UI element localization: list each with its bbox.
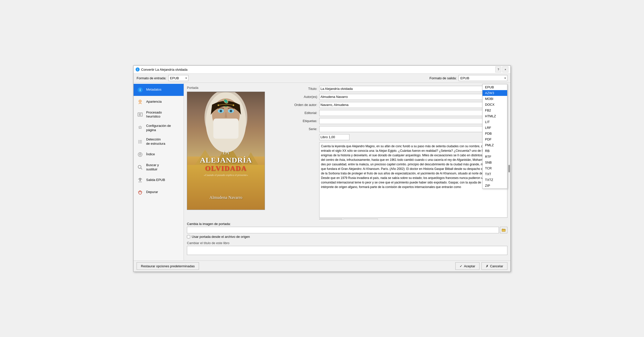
sidebar-item-indice-label: Índice — [146, 152, 181, 157]
sidebar-item-depurar[interactable]: Depurar — [134, 186, 184, 198]
book-title-la: LA — [190, 149, 262, 156]
author-order-input[interactable] — [319, 102, 507, 108]
dropdown-item-pdb[interactable]: PDB — [482, 131, 507, 136]
serie-input[interactable] — [319, 126, 507, 132]
sidebar-item-deteccion[interactable]: 1 2 3 Detecciónde estructura — [134, 135, 184, 148]
folder-icon — [502, 228, 506, 232]
procesado-icon — [137, 111, 144, 118]
serie-field-row: Serie: — [287, 126, 507, 132]
sidebar-item-metadatos-label: Metadatos — [146, 88, 181, 92]
sidebar-item-metadatos[interactable]: i Metadatos — [134, 84, 184, 96]
apariencia-icon — [137, 98, 144, 105]
etiquetas-input[interactable] — [319, 118, 507, 124]
svg-point-20 — [138, 165, 141, 168]
sidebar-item-salida[interactable]: Salida EPUB — [134, 174, 184, 186]
author-order-field-row: Orden de autor: — [287, 102, 507, 108]
dropdown-item-zip[interactable]: ZIP — [482, 183, 507, 189]
cover-browse-button[interactable] — [500, 227, 507, 233]
output-format-wrapper[interactable]: ▼ — [459, 75, 507, 81]
title-input[interactable] — [319, 86, 507, 92]
main-content: i Metadatos Apariencia — [134, 83, 510, 260]
sidebar-item-depurar-label: Depurar — [146, 190, 181, 194]
cancel-button[interactable]: ✗ Cancelar — [481, 262, 507, 270]
main-window: i Convertir La Alejandría olvidada ? × F… — [133, 65, 511, 272]
footer: Restaurar opciones predeterminadas ✓ Ace… — [134, 260, 510, 272]
description-text: Cuenta la leyenda que Alejandro Magno, e… — [321, 144, 505, 189]
author-order-label: Orden de autor: — [287, 103, 319, 107]
accept-button[interactable]: ✓ Aceptar — [455, 262, 479, 270]
svg-line-21 — [141, 168, 142, 169]
close-button[interactable]: × — [502, 66, 508, 72]
editorial-field-row: Editorial: — [287, 110, 507, 116]
dropdown-item-lrf[interactable]: LRF — [482, 125, 507, 131]
dropdown-item-rtf[interactable]: RTF — [482, 154, 507, 160]
svg-point-25 — [140, 191, 141, 192]
svg-rect-37 — [213, 119, 238, 139]
format-output-area: Formato de salida: ▼ EPUB AZW3 MOBI DOCX… — [429, 75, 507, 81]
dropdown-item-snb[interactable]: SNB — [482, 160, 507, 165]
dropdown-item-epub[interactable]: EPUB — [482, 84, 507, 90]
buscar-icon — [137, 164, 144, 171]
editorial-input[interactable] — [319, 110, 507, 116]
dropdown-item-txtz[interactable]: TXTZ — [482, 177, 507, 183]
titlebar-controls: ? × — [495, 66, 508, 72]
book-title-overlay: LA ALEJANDRÍA OLVIDADA «Cuando el pasado… — [187, 148, 265, 177]
libro-input[interactable] — [319, 134, 349, 140]
view-normal-button[interactable]: Vista normal — [319, 219, 342, 219]
use-cover-checkbox-row: Usar portada desde el archivo de origen — [187, 235, 507, 239]
dropdown-item-docx[interactable]: DOCX — [482, 102, 507, 107]
dropdown-item-htmlz[interactable]: HTMLZ — [482, 113, 507, 119]
view-source-button[interactable]: Código fuente HTML — [343, 219, 378, 219]
svg-point-23 — [139, 191, 142, 194]
sidebar-item-configuracion[interactable]: Configuración de página — [134, 121, 184, 135]
sidebar-item-apariencia[interactable]: Apariencia — [134, 96, 184, 108]
cover-area: Portada — [187, 86, 283, 219]
dropdown-item-lit[interactable]: LIT — [482, 119, 507, 125]
content-area: Portada — [184, 83, 510, 260]
sidebar-item-procesado-label: Procesadoheurístico — [146, 110, 181, 119]
sidebar-item-configuracion-label: Configuración de página — [146, 124, 181, 132]
configuracion-icon — [137, 125, 144, 132]
restore-defaults-button[interactable]: Restaurar opciones predeterminadas — [137, 262, 199, 270]
etiquetas-field-row: Etiquetas: — [287, 118, 507, 124]
dropdown-item-rb[interactable]: RB — [482, 148, 507, 154]
dropdown-item-txt[interactable]: TXT — [482, 171, 507, 177]
svg-point-39 — [218, 104, 219, 106]
etiquetas-label: Etiquetas: — [287, 119, 319, 123]
svg-point-33 — [220, 110, 222, 112]
dropdown-item-tcr[interactable]: TCR — [482, 165, 507, 171]
dropdown-item-azw3[interactable]: AZW3 — [482, 90, 507, 96]
bottom-area: Cambia la imagen de portada: Usar portad… — [187, 222, 507, 257]
sidebar-item-indice[interactable]: Índice — [134, 148, 184, 161]
cover-input-row — [187, 227, 507, 233]
format-bar: Formato de entrada: EPUB ▼ Formato de sa… — [134, 74, 510, 83]
use-cover-checkbox[interactable] — [187, 235, 190, 238]
salida-icon — [137, 177, 144, 184]
sidebar-item-procesado[interactable]: Procesadoheurístico — [134, 108, 184, 122]
output-format-label: Formato de salida: — [429, 76, 457, 80]
input-format-select[interactable]: EPUB — [168, 75, 188, 81]
cover-path-input[interactable] — [187, 227, 499, 233]
metadata-panel: Título: Autor(es) Orden de autor: — [287, 86, 507, 219]
input-format-wrapper: EPUB ▼ — [168, 75, 188, 81]
dropdown-item-mobi[interactable]: MOBI — [482, 96, 507, 102]
app-icon: i — [136, 67, 140, 71]
dropdown-item-pdf[interactable]: PDF — [482, 136, 507, 142]
dropdown-item-pmlz[interactable]: PMLZ — [482, 142, 507, 148]
footer-right: ✓ Aceptar ✗ Cancelar — [455, 262, 507, 270]
title-field-row: Título: — [287, 86, 507, 92]
title-text-input[interactable] — [187, 246, 507, 255]
format-input-area: Formato de entrada: EPUB ▼ — [137, 75, 188, 81]
help-button[interactable]: ? — [495, 66, 501, 72]
libro-row — [287, 134, 507, 140]
description-area[interactable]: Cuenta la leyenda que Alejandro Magno, e… — [319, 142, 507, 218]
author-input[interactable] — [319, 94, 507, 100]
sidebar-item-buscar[interactable]: Buscar ysustituir — [134, 161, 184, 174]
indice-icon — [137, 151, 144, 158]
x-icon: ✗ — [486, 264, 489, 268]
checkmark-icon: ✓ — [460, 264, 462, 268]
dropdown-item-fb2[interactable]: FB2 — [482, 107, 507, 113]
change-title-label: Cambiar el título de este libro — [187, 241, 507, 245]
window-title: Convertir La Alejandría olvidada — [141, 68, 187, 71]
output-format-input[interactable] — [459, 75, 507, 81]
